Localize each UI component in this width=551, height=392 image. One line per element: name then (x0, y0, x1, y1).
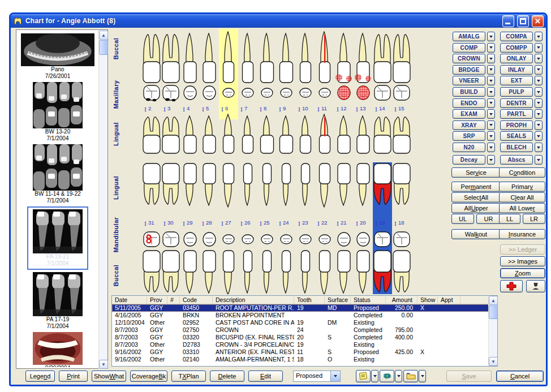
proc-button-partl-dropdown[interactable] (535, 109, 543, 119)
tooth-number-25[interactable]: 25 (264, 219, 270, 226)
tooth-marker[interactable]: I (221, 106, 223, 113)
proc-button-seals-dropdown[interactable] (535, 131, 543, 141)
proc-button-vneer-dropdown[interactable] (487, 76, 495, 85)
proc-button-dentr-dropdown[interactable] (535, 98, 543, 108)
proc-button-partl[interactable]: PARTL (500, 109, 533, 119)
procedure-row-4[interactable]: 8/7/2003GGY03320BICUSPID (EX. FINAL REST… (112, 334, 497, 341)
tooth-marker[interactable]: I (221, 221, 223, 227)
pa-xray-image[interactable] (33, 272, 83, 316)
proc-button-xray[interactable]: XRAY (453, 120, 485, 130)
tooth-number-21[interactable]: 21 (341, 219, 347, 226)
tooth-number-2[interactable]: 2 (148, 105, 151, 111)
scroll-thumb[interactable] (99, 40, 108, 55)
proc-button-proph[interactable]: PROPH (500, 120, 533, 130)
title-bar[interactable]: Chart for - Angie Abbott (8) ✕ (11, 14, 546, 28)
tooth-marker[interactable]: I (317, 106, 320, 113)
tooth-marker[interactable]: I (202, 106, 204, 113)
tooth-number-30[interactable]: 30 (167, 219, 174, 226)
proc-button-onlay[interactable]: ONLAY (500, 54, 533, 63)
medical-alert-button[interactable] (500, 280, 523, 292)
tooth-marker[interactable]: I (375, 221, 377, 227)
tooth-number-19[interactable]: 19 (379, 219, 385, 226)
procedure-row-5[interactable]: 8/7/2003OtherD2783CROWN - 3/4 PORCELAIN/… (112, 341, 497, 348)
delete-button[interactable]: Delete (210, 371, 244, 382)
tooth-number-18[interactable]: 18 (398, 219, 404, 226)
proc-button-compa-dropdown[interactable] (535, 32, 543, 41)
tooth-number-22[interactable]: 22 (321, 219, 328, 226)
column-header-tooth[interactable]: Tooth (294, 296, 325, 304)
proc-button-ext-dropdown[interactable] (535, 76, 543, 85)
table-header[interactable]: DateProv#CodeDescriptionToothSurfaceStat… (112, 296, 497, 304)
tooth-marker[interactable]: I (337, 221, 339, 227)
permanent-button[interactable]: Permanent (451, 182, 501, 192)
proc-button-crown[interactable]: CROWN (453, 54, 485, 63)
tooth-number-29[interactable]: 29 (187, 219, 193, 226)
proc-button-exam-dropdown[interactable] (487, 109, 495, 119)
proc-button-compa[interactable]: COMPA (500, 32, 533, 41)
column-header-surface[interactable]: Surface (325, 296, 351, 304)
tooth-number-10[interactable]: 10 (302, 105, 308, 111)
proc-button-inlay[interactable]: INLAY (500, 65, 533, 75)
table-body[interactable]: 5/11/2005GGY03450ROOT AMPUTATION-PER R..… (112, 304, 497, 363)
status-filter-combobox[interactable]: Proposed (293, 371, 341, 382)
proc-button-proph-dropdown[interactable] (535, 120, 543, 130)
primary-button[interactable]: Primary (499, 182, 545, 192)
proc-button-compp[interactable]: COMPP (500, 43, 533, 53)
scroll-down-button[interactable]: ▼ (99, 360, 108, 369)
proc-button-dentr[interactable]: DENTR (500, 98, 533, 108)
tooth-marker[interactable]: I (317, 221, 320, 227)
edit-button[interactable]: Edit (248, 371, 283, 382)
tooth-marker[interactable]: I (394, 221, 397, 227)
column-header-date[interactable]: Date (112, 296, 147, 304)
proc-button-xray-dropdown[interactable] (487, 120, 495, 130)
proc-button-crown-dropdown[interactable] (487, 54, 495, 63)
images-button[interactable]: >> Images (500, 256, 545, 266)
proc-button-compp-dropdown[interactable] (535, 43, 543, 53)
proc-button-n20-dropdown[interactable] (487, 143, 495, 152)
maximize-button[interactable] (517, 15, 529, 27)
tooth-marker[interactable]: I (260, 221, 262, 227)
column-header-status[interactable]: Status (351, 296, 386, 304)
thumbnail-pa-19-21[interactable]: PA 19-217/1/2004 (27, 206, 88, 270)
column-header-description[interactable]: Description (213, 296, 294, 304)
proc-button-endo-dropdown[interactable] (487, 98, 495, 108)
table-scrollbar[interactable]: ▲▼ (488, 296, 497, 366)
tooth-number-12[interactable]: 12 (341, 105, 347, 111)
proc-button-amalg-dropdown[interactable] (487, 32, 495, 41)
proc-button-decay[interactable]: Decay (453, 155, 485, 165)
note-button[interactable] (356, 370, 371, 382)
tooth-number-31[interactable]: 31 (148, 219, 154, 226)
minimize-button[interactable] (502, 15, 514, 27)
legend-button[interactable]: Legend (25, 371, 55, 382)
proc-button-srp-dropdown[interactable] (487, 131, 495, 141)
tooth-number-27[interactable]: 27 (225, 219, 231, 226)
column-header-num[interactable]: # (167, 296, 180, 304)
procedure-row-7[interactable]: 9/16/2002Other02140AMALGAM-PERMANENT, 1 … (112, 356, 497, 363)
scroll-up-button[interactable]: ▲ (489, 296, 498, 305)
tooth-marker[interactable]: I (279, 106, 281, 113)
quadrant-button-ul[interactable]: UL (451, 214, 474, 224)
print-button[interactable]: Print (59, 371, 88, 382)
proc-button-brdge-dropdown[interactable] (487, 65, 495, 75)
thumbnail-scrollbar[interactable]: ▲▼ (98, 31, 107, 369)
tooth-marker[interactable]: I (144, 106, 147, 113)
quadrant-button-ur[interactable]: UR (476, 214, 501, 224)
quadrant-button-ll[interactable]: LL (499, 214, 520, 224)
condition-button[interactable]: Condition (499, 167, 545, 178)
tooth-number-8[interactable]: 8 (264, 105, 266, 111)
proc-button-srp[interactable]: SRP (453, 131, 485, 141)
proc-button-ext[interactable]: EXT (500, 76, 533, 85)
select-all-button[interactable]: Select All (451, 192, 501, 203)
insurance-button[interactable]: Insurance (499, 229, 545, 239)
tooth-number-11[interactable]: 11 (321, 105, 327, 111)
tooth-marker[interactable]: I (183, 106, 185, 113)
zoom-button[interactable]: Zoom (500, 268, 545, 278)
proc-button-pulp-dropdown[interactable] (535, 87, 543, 97)
column-header-show[interactable]: Show (417, 296, 438, 304)
bw-xray-image[interactable] (33, 82, 83, 128)
tooth-marker[interactable]: I (163, 221, 166, 227)
procedure-row-6[interactable]: 9/16/2002GGY03310ANTERIOR (EX. FINAL RES… (112, 348, 497, 356)
proc-button-comp-dropdown[interactable] (487, 43, 495, 53)
tooth-marker[interactable]: I (260, 106, 262, 113)
save-button[interactable]: Save (446, 371, 492, 382)
